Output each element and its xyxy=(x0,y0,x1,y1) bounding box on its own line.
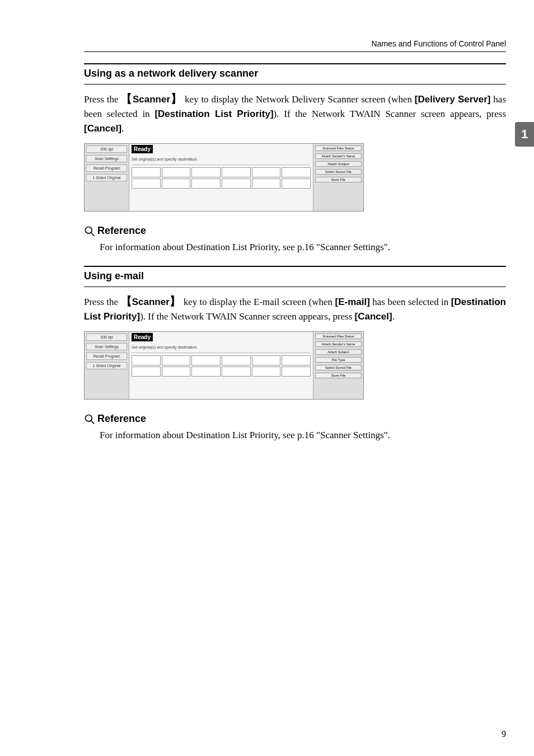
svg-line-3 xyxy=(91,420,95,424)
ss-one-sided-2: 1 Sided Original xyxy=(86,362,127,369)
ss-hint-2: Set original(s) and specify destination. xyxy=(132,345,198,349)
ss-main-panel: Ready Set original(s) and specify destin… xyxy=(129,144,313,211)
page-number: 9 xyxy=(502,729,506,739)
ss-dest-grid-2 xyxy=(132,355,311,377)
ss-dpi: 200 dpi xyxy=(86,145,127,153)
email-label: [E-mail] xyxy=(335,297,370,307)
ss-store-file-2: Store File xyxy=(315,373,362,378)
reference-body-1: For information about Destination List P… xyxy=(100,240,506,255)
ss-select-stored-2: Select Stored File xyxy=(315,365,362,370)
ss-scan-settings: Scan Settings xyxy=(86,155,127,162)
section-rule-mid xyxy=(84,84,506,84)
ss-recall-program: Recall Program xyxy=(86,165,127,172)
ss-file-type-2: File Type xyxy=(315,357,362,363)
screenshot-inner-2: 200 dpi Scan Settings Recall Program 1 S… xyxy=(84,331,364,400)
cancel-label: [Cancel] xyxy=(84,123,121,134)
ss-attach-subject: Attach Subject xyxy=(315,161,362,167)
ss-left-panel: 200 dpi Scan Settings Recall Program 1 S… xyxy=(85,144,129,211)
ss-attach-sender: Attach Sender's Name xyxy=(315,153,362,159)
text: ). If the Network TWAIN Scanner screen a… xyxy=(274,109,506,119)
scanner-key-label: Scanner xyxy=(133,94,170,105)
text: key to display the E-mail screen (when xyxy=(181,297,335,307)
cancel-label-2: [Cancel] xyxy=(355,311,392,322)
ss-scan-settings-2: Scan Settings xyxy=(86,343,127,350)
ss-attach-subject-2: Attach Subject xyxy=(315,349,362,355)
dest-list-priority-label: [Destination List Priority] xyxy=(154,109,273,119)
ss-one-sided: 1 Sided Original xyxy=(86,174,127,181)
section-email: Using e-mail Press the 【Scanner】 key to … xyxy=(84,266,506,443)
ss-dpi-2: 200 dpi xyxy=(86,334,127,341)
ss-right-panel: Scanned Files Status Attach Sender's Nam… xyxy=(313,144,363,211)
text: has been selected in xyxy=(370,297,451,307)
ss-store-file: Store File xyxy=(315,177,362,182)
key-bracket-left: 【 xyxy=(121,92,133,105)
ss-ready-label-2: Ready xyxy=(132,333,153,341)
reference-head-1: Reference xyxy=(84,225,506,237)
text: ). If the Network TWAIN Scanner screen a… xyxy=(140,311,354,322)
section-rule-mid-2 xyxy=(84,287,506,287)
ss-right-panel-2: Scanned Files Status Attach Sender's Nam… xyxy=(313,332,363,399)
ss-scanned-status-2: Scanned Files Status xyxy=(315,334,362,339)
ss-select-stored: Select Stored File xyxy=(315,169,362,175)
svg-point-2 xyxy=(86,415,92,421)
screenshot-network-delivery: 200 dpi Scan Settings Recall Program 1 S… xyxy=(84,143,364,212)
svg-line-1 xyxy=(91,232,95,236)
ss-left-panel-2: 200 dpi Scan Settings Recall Program 1 S… xyxy=(85,332,129,399)
section2-paragraph: Press the 【Scanner】 key to display the E… xyxy=(84,293,506,324)
key-bracket-right: 】 xyxy=(170,92,182,105)
ss-attach-sender-2: Attach Sender's Name xyxy=(315,341,362,347)
text: . xyxy=(121,123,124,134)
reference-icon-2 xyxy=(84,414,95,425)
section-network-delivery: Using as a network delivery scanner Pres… xyxy=(84,63,506,255)
text: . xyxy=(392,311,395,322)
section1-paragraph: Press the 【Scanner】 key to display the N… xyxy=(84,90,506,135)
delivery-server-label: [Delivery Server] xyxy=(415,94,491,105)
ss-hint: Set original(s) and specify destination. xyxy=(132,157,198,161)
text: Press the xyxy=(84,94,121,105)
running-rule xyxy=(84,51,506,52)
page-content: Names and Functions of Control Panel Usi… xyxy=(0,0,534,443)
reference-head-2: Reference xyxy=(84,413,506,425)
screenshot-inner: 200 dpi Scan Settings Recall Program 1 S… xyxy=(84,143,364,212)
scanner-key-label-2: Scanner xyxy=(132,297,170,307)
chapter-tab: 1 xyxy=(515,122,534,147)
section-rule-top-2 xyxy=(84,266,506,267)
reference-icon xyxy=(84,226,95,237)
ss-main-panel-2: Ready Set original(s) and specify destin… xyxy=(129,332,313,399)
section-title-email: Using e-mail xyxy=(84,270,506,282)
key-bracket-left-2: 【 xyxy=(121,295,132,307)
ss-recall-program-2: Recall Program xyxy=(86,353,127,360)
ss-ready-label: Ready xyxy=(132,145,153,153)
text: key to display the Network Delivery Scan… xyxy=(182,94,415,105)
ss-dest-grid xyxy=(132,167,311,189)
running-head: Names and Functions of Control Panel xyxy=(84,39,506,48)
ss-scanned-status: Scanned Files Status xyxy=(315,145,362,151)
text: Press the xyxy=(84,297,121,307)
svg-point-0 xyxy=(86,227,92,233)
reference-title-1: Reference xyxy=(97,225,146,237)
section-title-network: Using as a network delivery scanner xyxy=(84,68,506,79)
key-bracket-right-2: 】 xyxy=(170,295,181,307)
reference-body-2: For information about Destination List P… xyxy=(100,428,506,443)
section-rule-top xyxy=(84,63,506,64)
reference-title-2: Reference xyxy=(97,413,146,425)
screenshot-email: 200 dpi Scan Settings Recall Program 1 S… xyxy=(84,331,364,400)
